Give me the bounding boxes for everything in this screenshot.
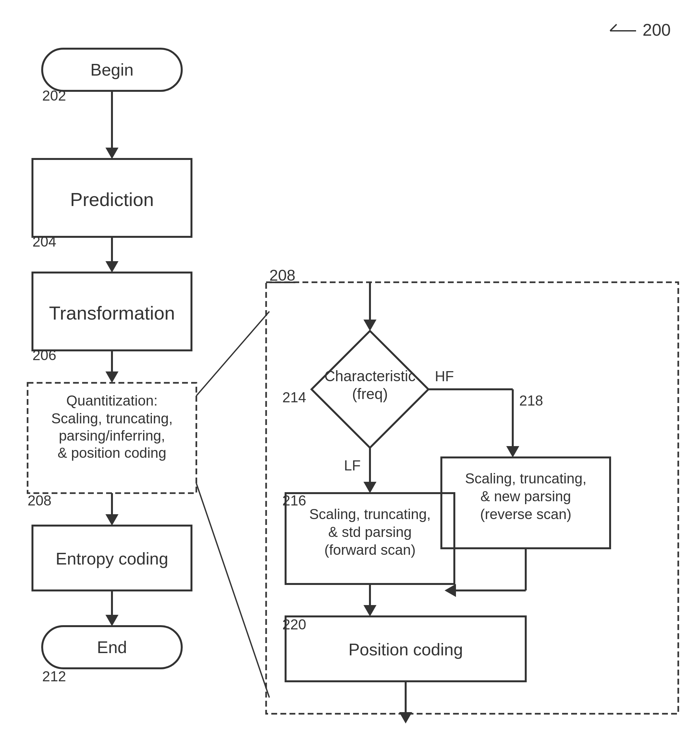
- char-line1: Characteristic: [324, 368, 416, 384]
- new-line3: (reverse scan): [480, 506, 571, 522]
- svg-marker-22: [364, 320, 377, 331]
- figure-number: 200: [642, 20, 671, 39]
- diagram-container: 200 Begin 202 Prediction 204 Transformat…: [0, 0, 700, 753]
- svg-marker-7: [105, 261, 119, 273]
- ref-208: 208: [28, 493, 51, 508]
- begin-label: Begin: [91, 60, 134, 79]
- svg-marker-35: [364, 605, 377, 616]
- svg-marker-16: [105, 615, 119, 626]
- hf-label: HF: [435, 368, 454, 384]
- svg-line-18: [196, 312, 269, 396]
- std-line1: Scaling, truncating,: [309, 506, 431, 522]
- svg-line-1: [610, 24, 617, 31]
- end-label: End: [97, 638, 127, 656]
- ref-214: 214: [282, 389, 306, 405]
- std-line2: & std parsing: [328, 524, 412, 540]
- ref-218: 218: [519, 393, 543, 408]
- svg-marker-13: [105, 514, 119, 525]
- new-line2: & new parsing: [481, 488, 571, 504]
- svg-marker-38: [399, 712, 412, 723]
- ref-204: 204: [33, 234, 56, 249]
- ref-212: 212: [42, 668, 66, 684]
- svg-marker-25: [364, 482, 377, 493]
- svg-marker-4: [105, 148, 119, 159]
- prediction-label: Prediction: [70, 189, 154, 210]
- svg-line-19: [196, 483, 269, 697]
- svg-rect-20: [266, 282, 678, 714]
- quant-line1: Quantitization:: [66, 393, 158, 408]
- ref-202: 202: [42, 87, 66, 103]
- entropy-label: Entropy coding: [56, 549, 169, 568]
- quant-line2: Scaling, truncating,: [51, 410, 173, 426]
- position-label: Position coding: [348, 640, 463, 659]
- lf-label: LF: [344, 457, 361, 473]
- char-line2: (freq): [352, 385, 388, 402]
- svg-marker-10: [105, 371, 119, 383]
- transformation-label: Transformation: [49, 302, 175, 323]
- svg-marker-29: [506, 446, 519, 457]
- svg-marker-33: [445, 584, 456, 597]
- ref-208-big: 208: [269, 267, 295, 284]
- quant-line3: parsing/inferring,: [59, 427, 165, 443]
- std-line3: (forward scan): [324, 542, 416, 558]
- ref-206: 206: [33, 347, 56, 363]
- quant-line4: & position coding: [58, 445, 166, 461]
- new-line1: Scaling, truncating,: [465, 471, 586, 486]
